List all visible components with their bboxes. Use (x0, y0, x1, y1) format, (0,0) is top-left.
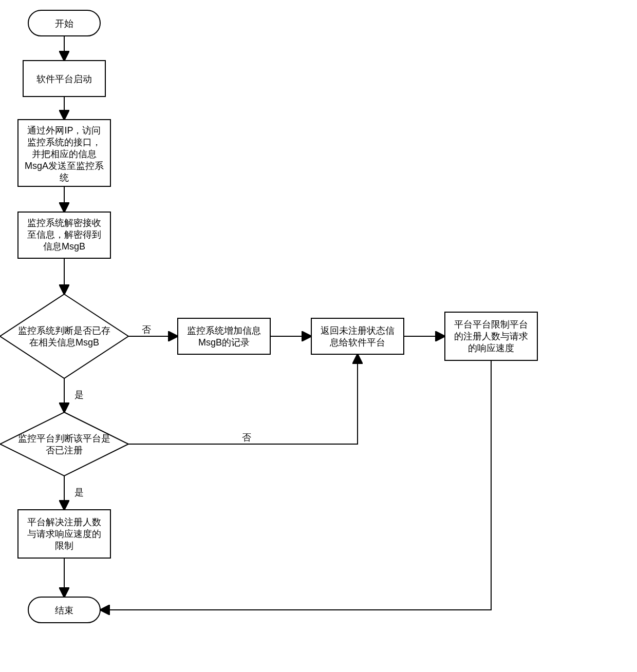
step4-line1: 监控系统增加信息 (187, 325, 261, 336)
dec1-no-label: 否 (142, 324, 151, 335)
step2-line1: 通过外网IP，访问 (27, 125, 101, 136)
end-label: 结束 (55, 605, 73, 616)
start-label: 开始 (55, 18, 73, 29)
step7-line2: 与请求响应速度的 (27, 529, 101, 539)
step3-line2: 至信息，解密得到 (27, 229, 101, 240)
step5-line2: 息给软件平台 (329, 337, 385, 348)
edge-dec2-no (128, 356, 358, 444)
step5-line1: 返回未注册状态信 (321, 325, 395, 336)
step3-line3: 信息MsgB (43, 241, 85, 252)
step3-line1: 监控系统解密接收 (27, 218, 101, 228)
step6-line3: 的响应速度 (468, 343, 514, 353)
step4-line2: MsgB的记录 (198, 337, 250, 348)
dec2-no-label: 否 (242, 432, 251, 443)
dec1-line1: 监控系统判断是否已存 (18, 325, 110, 336)
flowchart-diagram: 开始 软件平台启动 通过外网IP，访问 监控系统的接口， 并把相应的信息 Msg… (0, 0, 637, 672)
step7-line1: 平台解决注册人数 (27, 517, 101, 527)
dec2-line1: 监控平台判断该平台是 (18, 433, 110, 444)
step4-node (178, 318, 270, 354)
dec1-node (0, 294, 128, 378)
dec2-line2: 否已注册 (46, 445, 83, 455)
step6-line2: 的注册人数与请求 (454, 331, 528, 341)
step2-line2: 监控系统的接口， (27, 137, 101, 147)
step7-line3: 限制 (55, 541, 73, 551)
dec2-node (0, 412, 128, 476)
step2-line3: 并把相应的信息 (32, 149, 97, 159)
dec1-line2: 在相关信息MsgB (29, 337, 99, 348)
dec2-yes-label: 是 (74, 487, 84, 497)
step5-node (311, 318, 404, 354)
step1-label: 软件平台启动 (36, 74, 92, 84)
step2-line4: MsgA发送至监控系 (25, 161, 104, 171)
dec1-yes-label: 是 (74, 390, 84, 400)
step2-line5: 统 (60, 172, 69, 183)
step6-line1: 平台平台限制平台 (454, 319, 528, 330)
edge-step6-end (102, 360, 491, 610)
